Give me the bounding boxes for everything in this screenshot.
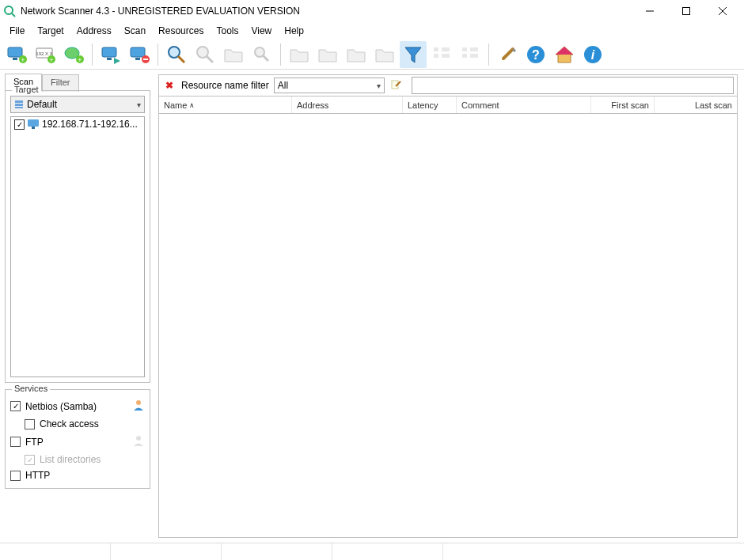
add-range-button[interactable]: 192.X.X+ xyxy=(32,41,59,68)
results-grid[interactable] xyxy=(158,114,738,538)
minimize-button[interactable] xyxy=(632,0,668,22)
clear-filter-icon[interactable]: ✖ xyxy=(162,78,177,93)
status-bar xyxy=(0,543,744,560)
filter-input[interactable] xyxy=(412,77,734,94)
scan-button[interactable] xyxy=(97,41,124,68)
user-icon[interactable] xyxy=(132,399,145,414)
col-first-scan[interactable]: First scan xyxy=(591,96,655,113)
filter-bar: ✖ Resource name filter All ▾ xyxy=(158,74,738,96)
svg-text:i: i xyxy=(591,48,595,62)
right-pane: ✖ Resource name filter All ▾ Name ∧ Addr… xyxy=(155,70,744,543)
col-last-scan[interactable]: Last scan xyxy=(655,96,737,113)
tree-1-button[interactable] xyxy=(428,41,455,68)
menu-view[interactable]: View xyxy=(245,24,278,38)
status-cell-5 xyxy=(443,543,744,560)
target-row[interactable]: ✓ 192.168.71.1-192.16... xyxy=(11,117,144,131)
col-comment[interactable]: Comment xyxy=(457,96,591,113)
add-computer-button[interactable]: + xyxy=(3,41,30,68)
svg-rect-48 xyxy=(28,119,39,127)
target-list[interactable]: ✓ 192.168.71.1-192.16... xyxy=(10,116,145,377)
window-title: Network Scanner 4.3 - UNREGISTERED EVALU… xyxy=(21,6,632,17)
svg-rect-49 xyxy=(32,127,35,129)
col-name[interactable]: Name ∧ xyxy=(159,96,292,113)
results-header: Name ∧ Address Latency Comment First sca… xyxy=(158,96,738,114)
svg-rect-31 xyxy=(434,47,438,51)
target-checkbox[interactable]: ✓ xyxy=(14,119,25,130)
folder-search-button[interactable] xyxy=(249,41,275,68)
main: Scan Filter Target Default ▾ ✓ 192.168.7… xyxy=(0,70,744,543)
close-button[interactable] xyxy=(704,0,741,22)
svg-rect-33 xyxy=(434,54,438,58)
http-label: HTTP xyxy=(25,470,50,481)
service-http[interactable]: HTTP xyxy=(10,467,145,483)
menu-scan[interactable]: Scan xyxy=(118,24,152,38)
svg-rect-21 xyxy=(135,58,140,60)
services-legend: Services xyxy=(12,384,50,393)
svg-rect-18 xyxy=(107,58,112,60)
ftp-label: FTP xyxy=(25,437,44,448)
svg-line-1 xyxy=(12,13,15,17)
svg-point-26 xyxy=(197,47,208,58)
menubar: File Target Address Scan Resources Tools… xyxy=(0,22,744,40)
service-netbios[interactable]: ✓ Netbios (Samba) xyxy=(10,396,145,416)
action-2-button[interactable] xyxy=(314,41,341,68)
toolbar-separator xyxy=(92,44,93,66)
http-checkbox[interactable] xyxy=(10,471,21,481)
ftp-checkbox[interactable] xyxy=(10,437,21,447)
edit-filter-icon[interactable] xyxy=(389,78,404,93)
svg-text:+: + xyxy=(49,56,53,64)
toolbar: + 192.X.X+ + xyxy=(0,40,744,70)
menu-target[interactable]: Target xyxy=(31,24,70,38)
home-button[interactable] xyxy=(551,41,578,68)
netbios-checkbox[interactable]: ✓ xyxy=(10,401,21,411)
svg-rect-17 xyxy=(102,47,116,57)
svg-marker-30 xyxy=(405,47,421,62)
col-address[interactable]: Address xyxy=(292,96,403,113)
target-combo-label: Default xyxy=(27,99,57,110)
filter-text-field[interactable] xyxy=(412,78,733,93)
svg-line-27 xyxy=(207,56,213,62)
menu-resources[interactable]: Resources xyxy=(152,24,210,38)
service-check-access[interactable]: Check access xyxy=(25,416,145,432)
add-subnet-button[interactable]: + xyxy=(60,41,87,68)
maximize-button[interactable] xyxy=(668,0,704,22)
services-fieldset: Services ✓ Netbios (Samba) Check access … xyxy=(5,389,150,489)
settings-button[interactable] xyxy=(494,41,521,68)
left-pane: Scan Filter Target Default ▾ ✓ 192.168.7… xyxy=(0,70,155,543)
menu-file[interactable]: File xyxy=(3,24,31,38)
check-access-checkbox[interactable] xyxy=(25,419,35,429)
svg-point-50 xyxy=(136,400,141,405)
filter-combo-value: All xyxy=(278,80,288,91)
tab-filter[interactable]: Filter xyxy=(42,74,78,92)
stop-scan-button[interactable] xyxy=(126,41,153,68)
svg-marker-19 xyxy=(114,58,120,64)
user-icon[interactable] xyxy=(132,434,145,449)
find-button[interactable] xyxy=(163,41,190,68)
menu-tools[interactable]: Tools xyxy=(210,24,245,38)
titlebar: Network Scanner 4.3 - UNREGISTERED EVALU… xyxy=(0,0,744,22)
service-ftp[interactable]: FTP xyxy=(10,432,145,452)
action-4-button[interactable] xyxy=(371,41,398,68)
toolbar-separator xyxy=(158,44,158,66)
filter-combo[interactable]: All ▾ xyxy=(274,78,385,93)
find-next-button[interactable] xyxy=(192,41,218,68)
svg-rect-7 xyxy=(13,58,17,60)
col-latency[interactable]: Latency xyxy=(403,96,457,113)
info-button[interactable]: i xyxy=(579,41,606,68)
action-1-button[interactable] xyxy=(286,41,313,68)
status-cell-2 xyxy=(111,543,222,560)
svg-text:?: ? xyxy=(532,48,540,62)
check-access-label: Check access xyxy=(40,418,99,429)
help-button[interactable]: ? xyxy=(522,41,549,68)
filter-funnel-button[interactable] xyxy=(400,41,427,68)
target-combo[interactable]: Default ▾ xyxy=(10,96,145,113)
svg-rect-6 xyxy=(8,47,22,57)
svg-rect-45 xyxy=(15,100,23,103)
menu-address[interactable]: Address xyxy=(70,24,118,38)
menu-help[interactable]: Help xyxy=(278,24,310,38)
svg-point-0 xyxy=(5,6,13,14)
tree-2-button[interactable] xyxy=(457,41,484,68)
list-directories-checkbox: ✓ xyxy=(25,455,35,465)
action-3-button[interactable] xyxy=(343,41,370,68)
folder-button[interactable] xyxy=(220,41,247,68)
